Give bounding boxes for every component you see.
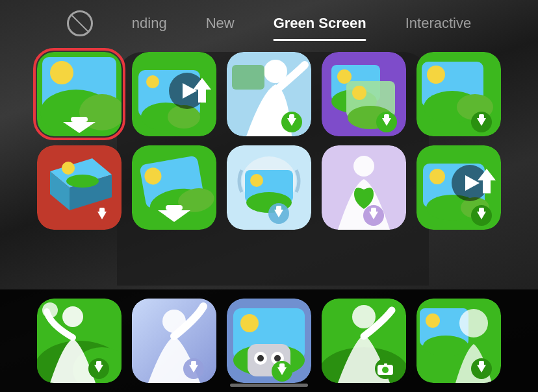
svg-point-26 (352, 86, 366, 100)
svg-point-2 (50, 61, 73, 84)
svg-point-23 (337, 69, 352, 84)
svg-point-43 (62, 162, 75, 175)
tab-new[interactable]: New (206, 8, 235, 38)
svg-rect-5 (71, 117, 88, 122)
svg-rect-53 (166, 205, 183, 210)
tab-trending[interactable]: nding (132, 8, 167, 38)
app-icon-5[interactable] (416, 52, 501, 136)
app-icon-6[interactable] (37, 145, 122, 230)
app-icon-7[interactable] (132, 145, 216, 230)
svg-point-95 (240, 314, 259, 332)
tray-icon-1[interactable] (37, 299, 122, 383)
svg-rect-30 (384, 114, 389, 119)
svg-rect-86 (96, 361, 101, 366)
app-icon-8[interactable] (227, 145, 311, 230)
bottom-tray (0, 289, 538, 392)
blocked-icon[interactable] (67, 10, 93, 36)
svg-point-82 (62, 306, 83, 327)
svg-rect-111 (384, 363, 387, 366)
svg-rect-38 (479, 114, 484, 119)
home-indicator (230, 384, 308, 387)
navigation-bar: nding New Green Screen Interactive (0, 0, 538, 47)
tray-icon-2[interactable] (132, 299, 216, 383)
app-icon-2[interactable] (132, 52, 216, 136)
tray-icon-5[interactable] (416, 299, 501, 383)
app-icon-1[interactable] (37, 52, 122, 136)
svg-rect-119 (479, 361, 484, 366)
svg-point-101 (274, 355, 281, 361)
svg-rect-104 (279, 363, 285, 369)
svg-rect-17 (232, 65, 264, 90)
svg-rect-78 (479, 208, 484, 213)
svg-rect-47 (99, 208, 105, 213)
svg-point-64 (353, 156, 374, 177)
svg-point-114 (426, 313, 440, 328)
app-icon-3[interactable] (227, 52, 311, 136)
svg-point-100 (257, 355, 264, 361)
svg-rect-92 (191, 361, 196, 366)
svg-point-110 (382, 367, 389, 373)
svg-point-107 (352, 305, 376, 328)
svg-rect-62 (276, 206, 281, 211)
svg-point-70 (429, 169, 445, 184)
svg-point-33 (427, 66, 445, 84)
tray-icon-3[interactable] (227, 299, 311, 383)
grid-row-2 (13, 145, 525, 230)
svg-point-115 (423, 336, 468, 356)
tab-green-screen[interactable]: Green Screen (274, 8, 366, 38)
main-grid (0, 47, 538, 244)
svg-rect-67 (371, 208, 376, 213)
app-icon-4[interactable] (322, 52, 406, 136)
svg-point-58 (250, 174, 263, 187)
tab-interactive[interactable]: Interactive (405, 8, 472, 38)
app-icon-10[interactable] (416, 145, 501, 230)
tray-icon-4[interactable] (322, 299, 406, 383)
svg-point-83 (42, 302, 58, 318)
svg-point-9 (146, 75, 159, 88)
svg-rect-20 (289, 114, 294, 119)
app-icon-9[interactable] (322, 145, 406, 230)
grid-row-1 (13, 52, 525, 136)
svg-point-44 (66, 175, 99, 188)
svg-point-116 (459, 309, 488, 337)
tray-row (0, 289, 538, 383)
